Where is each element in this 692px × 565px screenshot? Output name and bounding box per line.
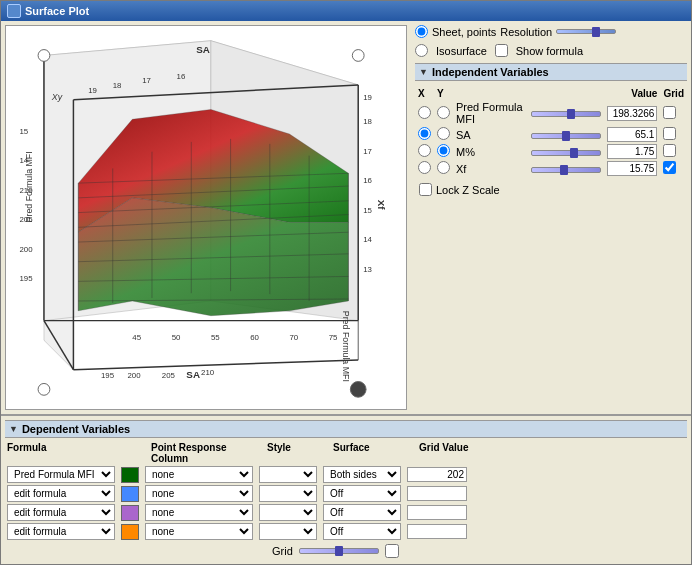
point-response-select-3[interactable]: none: [145, 523, 253, 540]
color-swatch-1[interactable]: [121, 486, 139, 502]
style-select-0[interactable]: [259, 466, 317, 483]
surface-select-1[interactable]: Off Both sides: [323, 485, 401, 502]
svg-text:195: 195: [101, 371, 115, 380]
surface-select-0[interactable]: Both sides Off: [323, 466, 401, 483]
var-value-3[interactable]: [607, 161, 657, 176]
point-response-select-1[interactable]: none: [145, 485, 253, 502]
svg-text:Xy: Xy: [51, 92, 63, 102]
isosurface-label[interactable]: Isosurface: [436, 45, 487, 57]
bottom-panel: ▼ Dependent Variables Formula Point Resp…: [1, 414, 691, 564]
svg-text:17: 17: [363, 147, 372, 156]
y-radio-3[interactable]: [437, 161, 450, 174]
surface-plot-svg: 45 50 55 60 70 75 SA SA 13 14 15 16 17 1…: [6, 26, 406, 409]
svg-point-66: [352, 50, 364, 62]
grid-value-input-3[interactable]: [407, 524, 467, 539]
style-select-1[interactable]: [259, 485, 317, 502]
var-name-0: Pred Formula MFI: [453, 100, 528, 126]
svg-text:15: 15: [363, 206, 372, 215]
table-row: M%: [415, 143, 687, 160]
var-grid-3[interactable]: [663, 161, 676, 174]
point-response-col-header: Point Response Column: [151, 442, 261, 464]
show-formula-checkbox[interactable]: [495, 44, 508, 57]
point-response-select-0[interactable]: none: [145, 466, 253, 483]
var-slider-1[interactable]: [531, 133, 601, 139]
display-mode-row: Sheet, points Resolution: [415, 25, 687, 38]
y-radio-2[interactable]: [437, 144, 450, 157]
grid-value-col-header: Grid Value: [419, 442, 519, 464]
var-name-2: M%: [453, 143, 528, 160]
sheet-points-radio[interactable]: [415, 25, 428, 38]
style-select-3[interactable]: [259, 523, 317, 540]
resolution-label: Resolution: [500, 26, 552, 38]
var-grid-1[interactable]: [663, 127, 676, 140]
isosurface-radio[interactable]: [415, 44, 428, 57]
svg-point-68: [350, 382, 366, 398]
point-response-select-2[interactable]: none: [145, 504, 253, 521]
color-swatch-3[interactable]: [121, 524, 139, 540]
y-radio-1[interactable]: [437, 127, 450, 140]
lock-z-checkbox[interactable]: [419, 183, 432, 196]
var-grid-2[interactable]: [663, 144, 676, 157]
dep-row-0: Pred Formula MFI none Both sides Off: [5, 466, 687, 483]
lock-z-label[interactable]: Lock Z Scale: [436, 184, 500, 196]
svg-text:18: 18: [363, 117, 372, 126]
x-radio-0[interactable]: [418, 106, 431, 119]
main-window: Surface Plot: [0, 0, 692, 565]
var-name-1: SA: [453, 126, 528, 143]
value-col-header: Value: [604, 87, 660, 100]
svg-text:200: 200: [19, 245, 33, 254]
formula-col-header: Formula: [7, 442, 117, 464]
svg-text:14: 14: [363, 235, 372, 244]
show-formula-label[interactable]: Show formula: [516, 45, 583, 57]
grid-checkbox[interactable]: [385, 544, 399, 558]
formula-select-1[interactable]: edit formula: [7, 485, 115, 502]
svg-point-65: [38, 50, 50, 62]
svg-text:SA: SA: [186, 369, 200, 380]
var-value-1[interactable]: [607, 127, 657, 142]
var-name-3: Xf: [453, 160, 528, 177]
grid-value-input-0[interactable]: [407, 467, 467, 482]
grid-slider[interactable]: [299, 548, 379, 554]
section-arrow-icon: ▼: [419, 67, 428, 77]
right-panel: Sheet, points Resolution Isosurface Show…: [411, 21, 691, 414]
table-row: Xf: [415, 160, 687, 177]
formula-select-0[interactable]: Pred Formula MFI: [7, 466, 115, 483]
var-slider-3[interactable]: [531, 167, 601, 173]
color-swatch-0[interactable]: [121, 467, 139, 483]
surface-select-2[interactable]: Off Both sides: [323, 504, 401, 521]
svg-text:210: 210: [201, 368, 215, 377]
svg-text:45: 45: [132, 333, 141, 342]
svg-text:Pred Formula MFI: Pred Formula MFI: [24, 151, 34, 222]
svg-text:19: 19: [88, 86, 97, 95]
dep-section-arrow-icon: ▼: [9, 424, 18, 434]
title-bar: Surface Plot: [1, 1, 691, 21]
style-select-2[interactable]: [259, 504, 317, 521]
independent-vars-table: X Y Value Grid Pred Formula MFI: [415, 87, 687, 177]
formula-select-2[interactable]: edit formula: [7, 504, 115, 521]
var-value-0[interactable]: [607, 106, 657, 121]
surface-select-3[interactable]: Off Both sides: [323, 523, 401, 540]
svg-point-67: [38, 383, 50, 395]
lock-z-row: Lock Z Scale: [415, 181, 687, 198]
y-radio-0[interactable]: [437, 106, 450, 119]
x-radio-1[interactable]: [418, 127, 431, 140]
formula-select-3[interactable]: edit formula: [7, 523, 115, 540]
var-grid-0[interactable]: [663, 106, 676, 119]
var-slider-0[interactable]: [531, 111, 601, 117]
grid-value-input-1[interactable]: [407, 486, 467, 501]
color-swatch-2[interactable]: [121, 505, 139, 521]
grid-value-input-2[interactable]: [407, 505, 467, 520]
var-value-2[interactable]: [607, 144, 657, 159]
svg-text:Xf: Xf: [376, 200, 387, 211]
svg-text:50: 50: [172, 333, 181, 342]
window-icon: [7, 4, 21, 18]
x-radio-2[interactable]: [418, 144, 431, 157]
name-col-header: [453, 87, 528, 100]
resolution-slider[interactable]: [556, 29, 616, 34]
x-radio-3[interactable]: [418, 161, 431, 174]
sheet-points-label[interactable]: Sheet, points: [432, 26, 496, 38]
main-content: 45 50 55 60 70 75 SA SA 13 14 15 16 17 1…: [1, 21, 691, 414]
var-slider-2[interactable]: [531, 150, 601, 156]
svg-text:200: 200: [127, 371, 141, 380]
svg-text:SA: SA: [196, 44, 210, 55]
